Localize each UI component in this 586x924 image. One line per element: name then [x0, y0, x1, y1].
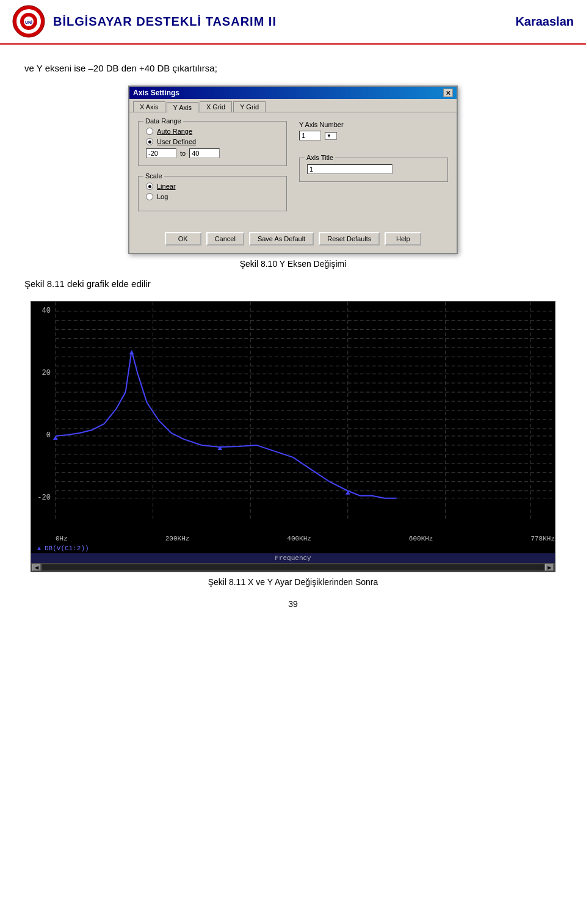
page-header: ÜNİ BİLGİSAYAR DESTEKLİ TASARIM II Karaa… — [0, 0, 586, 45]
y-axis-number-label: Y Axis Number — [299, 121, 448, 128]
y-axis-number-section: Y Axis Number 1 ▼ — [299, 121, 448, 140]
dialog-footer: OK Cancel Save As Default Reset Defaults… — [129, 227, 457, 253]
log-row: Log — [146, 193, 279, 200]
graph-container: 40 20 0 -20 — [24, 301, 562, 587]
axis-title-input[interactable]: 1 — [307, 164, 392, 174]
scrollbar-track[interactable] — [42, 564, 544, 570]
graph-legend: ▲ DB(V(C1:2)) — [31, 544, 555, 553]
range-to-input[interactable]: 40 — [189, 148, 220, 158]
axis-settings-dialog: Axis Settings ✕ X Axis Y Axis X Grid Y G… — [128, 85, 458, 254]
data-range-group: Data Range Auto Range User Defined -20 — [138, 121, 287, 166]
help-button[interactable]: Help — [385, 232, 421, 246]
legend-label: DB(V(C1:2)) — [45, 545, 89, 552]
log-text: Log — [157, 193, 168, 200]
graph-x-labels: 0Hz 200KHz 400KHz 600KHz 778KHz — [31, 534, 555, 544]
auto-range-text: Auto Range — [157, 128, 192, 135]
save-as-default-button[interactable]: Save As Default — [249, 232, 314, 246]
auto-range-row: Auto Range — [146, 128, 279, 135]
scroll-right-button[interactable]: ▶ — [545, 564, 554, 571]
ok-button[interactable]: OK — [165, 232, 201, 246]
tab-y-grid[interactable]: Y Grid — [233, 101, 266, 112]
user-defined-radio[interactable] — [146, 138, 153, 145]
dialog-title: Axis Settings — [133, 89, 179, 97]
user-defined-text: User Defined — [157, 138, 196, 145]
dialog-body: Data Range Auto Range User Defined -20 — [129, 112, 457, 227]
intro-text: ve Y ekseni ise –20 DB den +40 DB çıkart… — [24, 63, 562, 73]
page-number: 39 — [24, 599, 562, 609]
linear-radio[interactable] — [146, 183, 153, 190]
caption-1: Şekil 8.10 Y Eksen Değişimi — [240, 259, 347, 269]
user-defined-row: User Defined — [146, 138, 279, 145]
dropdown-arrow-icon: ▼ — [327, 133, 331, 139]
tab-x-grid[interactable]: X Grid — [200, 101, 232, 112]
linear-row: Linear — [146, 183, 279, 190]
dialog-close-button[interactable]: ✕ — [443, 89, 453, 97]
axis-title-label: Axis Title — [305, 154, 335, 161]
graph-wrapper: 40 20 0 -20 — [31, 301, 555, 572]
tab-y-axis[interactable]: Y Axis — [167, 102, 198, 112]
x-label-0hz: 0Hz — [56, 535, 68, 542]
y-axis-number-row: 1 ▼ — [299, 131, 448, 140]
range-from-input[interactable]: -20 — [146, 148, 176, 158]
scroll-left-button[interactable]: ◀ — [32, 564, 41, 571]
section-text: Şekil 8.11 deki grafik elde edilir — [24, 278, 562, 289]
reset-defaults-button[interactable]: Reset Defaults — [319, 232, 380, 246]
scale-group: Scale Linear Log — [138, 176, 287, 211]
y-axis-number-input[interactable]: 1 — [299, 131, 321, 140]
svg-text:ÜNİ: ÜNİ — [25, 20, 32, 24]
scale-label: Scale — [143, 172, 164, 180]
tab-x-axis[interactable]: X Axis — [133, 101, 165, 112]
range-to-label: to — [180, 150, 186, 157]
header-title: BİLGİSAYAR DESTEKLİ TASARIM II — [53, 15, 277, 29]
svg-text:-20: -20 — [37, 493, 51, 502]
graph-freq-label: Frequency — [31, 553, 555, 563]
data-range-label: Data Range — [143, 117, 183, 125]
graph-scrollbar: ◀ ▶ — [31, 563, 555, 572]
dialog-tabs: X Axis Y Axis X Grid Y Grid — [129, 99, 457, 112]
main-content: ve Y ekseni ise –20 DB den +40 DB çıkart… — [0, 45, 586, 627]
x-label-400khz: 400KHz — [287, 535, 311, 542]
dialog-two-col: Data Range Auto Range User Defined -20 — [138, 121, 448, 219]
dialog-titlebar: Axis Settings ✕ — [129, 87, 457, 99]
svg-text:20: 20 — [42, 369, 51, 377]
header-author: Karaaslan — [515, 15, 574, 29]
university-logo: ÜNİ — [12, 5, 46, 38]
graph-canvas: 40 20 0 -20 — [31, 302, 555, 534]
svg-text:0: 0 — [46, 431, 51, 440]
col-right: Y Axis Number 1 ▼ Axis Title 1 — [299, 121, 448, 219]
svg-text:40: 40 — [42, 307, 51, 315]
x-label-200khz: 200KHz — [165, 535, 190, 542]
x-label-600khz: 600KHz — [409, 535, 433, 542]
caption-2: Şekil 8.11 X ve Y Ayar Değişiklerinden S… — [208, 577, 378, 587]
range-input-row: -20 to 40 — [146, 148, 279, 158]
axis-title-group: Axis Title 1 — [299, 158, 448, 182]
x-label-778khz: 778KHz — [530, 535, 555, 542]
log-radio[interactable] — [146, 193, 153, 200]
col-left: Data Range Auto Range User Defined -20 — [138, 121, 287, 219]
cancel-button[interactable]: Cancel — [206, 232, 244, 246]
linear-text: Linear — [157, 183, 176, 190]
y-axis-number-dropdown[interactable]: ▼ — [325, 132, 337, 140]
header-left: ÜNİ BİLGİSAYAR DESTEKLİ TASARIM II — [12, 5, 277, 38]
graph-svg: 40 20 0 -20 — [31, 302, 555, 534]
legend-triangle-icon: ▲ — [37, 545, 41, 552]
auto-range-radio[interactable] — [146, 128, 153, 135]
dialog-container: Axis Settings ✕ X Axis Y Axis X Grid Y G… — [24, 85, 562, 269]
